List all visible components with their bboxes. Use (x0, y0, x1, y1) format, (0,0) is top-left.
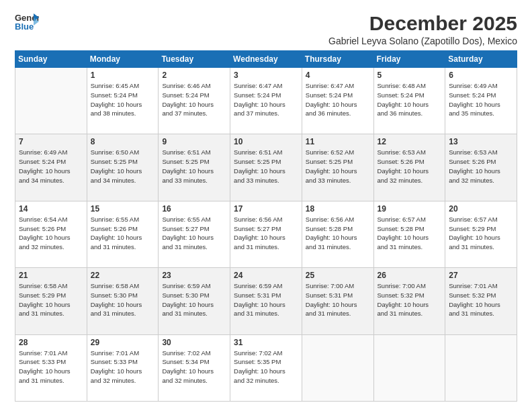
day-number: 22 (91, 271, 155, 280)
table-row: 17Sunrise: 6:56 AM Sunset: 5:27 PM Dayli… (230, 201, 302, 267)
calendar-week-1: 1Sunrise: 6:45 AM Sunset: 5:24 PM Daylig… (15, 68, 517, 134)
table-row: 13Sunrise: 6:53 AM Sunset: 5:26 PM Dayli… (445, 134, 517, 201)
day-number: 14 (19, 204, 83, 214)
day-info: Sunrise: 6:47 AM Sunset: 5:24 PM Dayligh… (234, 81, 298, 118)
table-row: 11Sunrise: 6:52 AM Sunset: 5:25 PM Dayli… (302, 134, 373, 201)
day-number: 9 (162, 137, 226, 146)
day-number: 18 (306, 204, 370, 214)
table-row: 27Sunrise: 7:01 AM Sunset: 5:32 PM Dayli… (445, 268, 517, 334)
day-number: 28 (19, 338, 83, 347)
table-row (373, 334, 445, 401)
day-info: Sunrise: 6:54 AM Sunset: 5:26 PM Dayligh… (19, 215, 83, 252)
day-number: 4 (306, 71, 370, 80)
table-row: 16Sunrise: 6:55 AM Sunset: 5:27 PM Dayli… (159, 201, 230, 267)
day-number: 8 (91, 137, 155, 146)
table-row: 30Sunrise: 7:02 AM Sunset: 5:34 PM Dayli… (159, 334, 230, 401)
day-info: Sunrise: 6:59 AM Sunset: 5:30 PM Dayligh… (162, 281, 226, 318)
day-info: Sunrise: 6:57 AM Sunset: 5:29 PM Dayligh… (449, 215, 513, 252)
day-number: 17 (234, 204, 298, 214)
table-row: 22Sunrise: 6:58 AM Sunset: 5:30 PM Dayli… (87, 268, 159, 334)
day-info: Sunrise: 6:49 AM Sunset: 5:24 PM Dayligh… (19, 148, 83, 185)
month-title: December 2025 (328, 12, 517, 34)
day-number: 7 (19, 137, 83, 146)
table-row: 20Sunrise: 6:57 AM Sunset: 5:29 PM Dayli… (445, 201, 517, 267)
day-info: Sunrise: 6:52 AM Sunset: 5:25 PM Dayligh… (306, 148, 370, 185)
day-info: Sunrise: 6:47 AM Sunset: 5:24 PM Dayligh… (306, 81, 370, 118)
logo-icon: General Blue (15, 12, 39, 31)
day-number: 24 (234, 271, 298, 280)
table-row: 28Sunrise: 7:01 AM Sunset: 5:33 PM Dayli… (15, 334, 87, 401)
table-row: 21Sunrise: 6:58 AM Sunset: 5:29 PM Dayli… (15, 268, 87, 334)
day-info: Sunrise: 6:55 AM Sunset: 5:27 PM Dayligh… (162, 215, 226, 252)
day-number: 10 (234, 137, 298, 146)
table-row (15, 68, 87, 134)
calendar-week-3: 14Sunrise: 6:54 AM Sunset: 5:26 PM Dayli… (15, 201, 517, 267)
day-info: Sunrise: 7:01 AM Sunset: 5:33 PM Dayligh… (19, 349, 83, 385)
calendar-header-row: Sunday Monday Tuesday Wednesday Thursday… (15, 51, 517, 68)
table-row: 8Sunrise: 6:50 AM Sunset: 5:25 PM Daylig… (87, 134, 159, 201)
table-row: 6Sunrise: 6:49 AM Sunset: 5:24 PM Daylig… (445, 68, 517, 134)
table-row: 24Sunrise: 6:59 AM Sunset: 5:31 PM Dayli… (230, 268, 302, 334)
calendar-week-4: 21Sunrise: 6:58 AM Sunset: 5:29 PM Dayli… (15, 268, 517, 334)
day-number: 13 (449, 137, 513, 146)
calendar-week-5: 28Sunrise: 7:01 AM Sunset: 5:33 PM Dayli… (15, 334, 517, 401)
day-number: 2 (162, 71, 226, 80)
table-row: 1Sunrise: 6:45 AM Sunset: 5:24 PM Daylig… (87, 68, 159, 134)
table-row: 14Sunrise: 6:54 AM Sunset: 5:26 PM Dayli… (15, 201, 87, 267)
day-number: 6 (449, 71, 513, 80)
day-info: Sunrise: 6:53 AM Sunset: 5:26 PM Dayligh… (378, 148, 442, 185)
table-row: 19Sunrise: 6:57 AM Sunset: 5:28 PM Dayli… (373, 201, 445, 267)
title-block: December 2025 Gabriel Leyva Solano (Zapo… (328, 12, 517, 46)
subtitle: Gabriel Leyva Solano (Zapotillo Dos), Me… (328, 36, 517, 46)
day-number: 12 (378, 137, 442, 146)
header-monday: Monday (87, 51, 159, 68)
header-thursday: Thursday (302, 51, 373, 68)
header-sunday: Sunday (15, 51, 87, 68)
day-info: Sunrise: 6:57 AM Sunset: 5:28 PM Dayligh… (378, 215, 442, 252)
header-wednesday: Wednesday (230, 51, 302, 68)
day-info: Sunrise: 6:58 AM Sunset: 5:29 PM Dayligh… (19, 281, 83, 318)
logo: General Blue (15, 12, 39, 31)
day-info: Sunrise: 6:59 AM Sunset: 5:31 PM Dayligh… (234, 281, 298, 318)
day-number: 11 (306, 137, 370, 146)
header-friday: Friday (373, 51, 445, 68)
calendar-week-2: 7Sunrise: 6:49 AM Sunset: 5:24 PM Daylig… (15, 134, 517, 201)
header: General Blue December 2025 Gabriel Leyva… (15, 12, 517, 46)
day-info: Sunrise: 6:56 AM Sunset: 5:27 PM Dayligh… (234, 215, 298, 252)
page: General Blue December 2025 Gabriel Leyva… (0, 0, 532, 411)
table-row: 10Sunrise: 6:51 AM Sunset: 5:25 PM Dayli… (230, 134, 302, 201)
table-row (445, 334, 517, 401)
table-row: 29Sunrise: 7:01 AM Sunset: 5:33 PM Dayli… (87, 334, 159, 401)
day-number: 29 (91, 338, 155, 347)
day-info: Sunrise: 6:46 AM Sunset: 5:24 PM Dayligh… (162, 81, 226, 118)
day-info: Sunrise: 6:56 AM Sunset: 5:28 PM Dayligh… (306, 215, 370, 252)
day-info: Sunrise: 7:01 AM Sunset: 5:33 PM Dayligh… (91, 349, 155, 385)
day-info: Sunrise: 6:51 AM Sunset: 5:25 PM Dayligh… (162, 148, 226, 185)
svg-text:Blue: Blue (15, 21, 34, 31)
table-row (302, 334, 373, 401)
day-info: Sunrise: 6:48 AM Sunset: 5:24 PM Dayligh… (378, 81, 442, 118)
table-row: 2Sunrise: 6:46 AM Sunset: 5:24 PM Daylig… (159, 68, 230, 134)
day-info: Sunrise: 7:01 AM Sunset: 5:32 PM Dayligh… (449, 281, 513, 318)
table-row: 23Sunrise: 6:59 AM Sunset: 5:30 PM Dayli… (159, 268, 230, 334)
table-row: 12Sunrise: 6:53 AM Sunset: 5:26 PM Dayli… (373, 134, 445, 201)
table-row: 5Sunrise: 6:48 AM Sunset: 5:24 PM Daylig… (373, 68, 445, 134)
day-number: 26 (378, 271, 442, 280)
day-number: 30 (162, 338, 226, 347)
table-row: 3Sunrise: 6:47 AM Sunset: 5:24 PM Daylig… (230, 68, 302, 134)
day-number: 1 (91, 71, 155, 80)
table-row: 26Sunrise: 7:00 AM Sunset: 5:32 PM Dayli… (373, 268, 445, 334)
calendar-table: Sunday Monday Tuesday Wednesday Thursday… (15, 50, 517, 402)
day-number: 16 (162, 204, 226, 214)
day-number: 15 (91, 204, 155, 214)
day-number: 21 (19, 271, 83, 280)
day-number: 23 (162, 271, 226, 280)
day-info: Sunrise: 6:49 AM Sunset: 5:24 PM Dayligh… (449, 81, 513, 118)
day-number: 3 (234, 71, 298, 80)
table-row: 25Sunrise: 7:00 AM Sunset: 5:31 PM Dayli… (302, 268, 373, 334)
day-info: Sunrise: 7:02 AM Sunset: 5:35 PM Dayligh… (234, 349, 298, 385)
header-tuesday: Tuesday (159, 51, 230, 68)
day-info: Sunrise: 6:45 AM Sunset: 5:24 PM Dayligh… (91, 81, 155, 118)
day-info: Sunrise: 6:50 AM Sunset: 5:25 PM Dayligh… (91, 148, 155, 185)
table-row: 15Sunrise: 6:55 AM Sunset: 5:26 PM Dayli… (87, 201, 159, 267)
